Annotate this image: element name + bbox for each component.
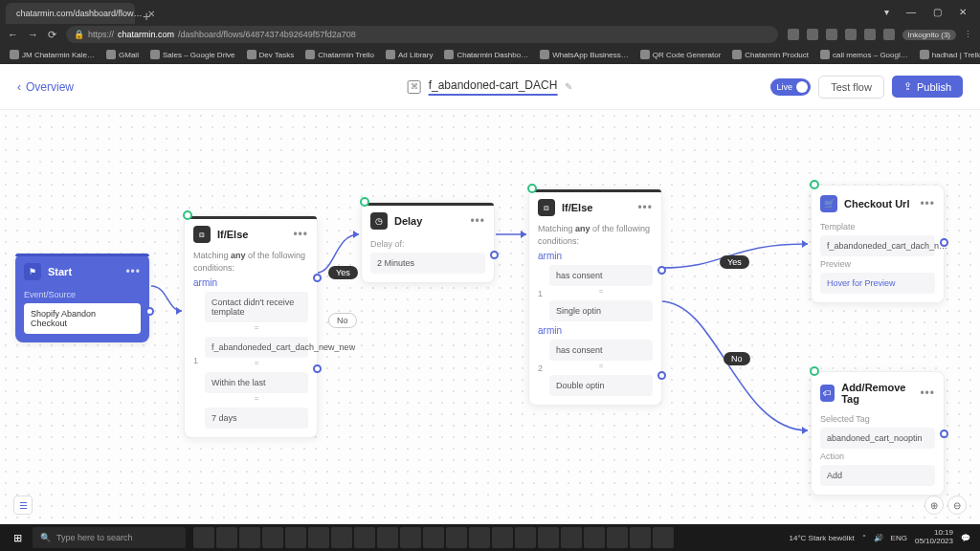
clock[interactable]: 10:19 05/10/2023: [915, 529, 953, 546]
node-menu-icon[interactable]: •••: [293, 228, 308, 241]
nav-forward-icon[interactable]: →: [28, 29, 38, 40]
bookmark-item[interactable]: Sales – Google Drive: [150, 50, 235, 59]
notification-icon[interactable]: 💬: [961, 534, 970, 542]
taskbar-app-icon[interactable]: [492, 527, 513, 548]
bookmark-label: Ad Library: [398, 51, 433, 59]
weather-widget[interactable]: 14°C Stark bewölkt: [789, 534, 854, 542]
window-minimize-icon[interactable]: —: [906, 7, 916, 17]
svg-marker-3: [802, 240, 808, 248]
bookmark-item[interactable]: GMail: [106, 50, 139, 59]
checkout-url-node[interactable]: 🛒 Checkout Url ••• Template f_abandonede…: [811, 185, 945, 303]
extension-icon[interactable]: [788, 29, 799, 40]
taskbar-app-icon[interactable]: [285, 527, 306, 548]
zoom-out-button[interactable]: ⊖: [947, 496, 967, 515]
extension-icon[interactable]: [883, 29, 895, 40]
bookmark-item[interactable]: QR Code Generator: [640, 50, 722, 59]
taskbar-app-icon[interactable]: [400, 527, 421, 548]
window-maximize-icon[interactable]: ▢: [933, 7, 942, 17]
tray-icon[interactable]: 🔊: [874, 534, 883, 542]
overview-back-link[interactable]: ‹ Overview: [17, 80, 74, 94]
preview-label: Preview: [820, 259, 935, 269]
browser-menu-icon[interactable]: ⋮: [964, 30, 972, 39]
condition-owner[interactable]: armin: [538, 251, 653, 261]
window-dropdown-icon[interactable]: ▾: [884, 7, 889, 17]
taskbar-app-icon[interactable]: [469, 527, 490, 548]
output-port[interactable]: [145, 307, 154, 316]
profile-badge[interactable]: Inkognito (3): [902, 30, 956, 40]
bookmark-item[interactable]: call memos – Googl…: [820, 50, 908, 59]
flow-canvas[interactable]: ⚑ Start ••• Event/Source Shopify Abandon…: [0, 110, 980, 524]
taskbar-app-icon[interactable]: [423, 527, 444, 548]
tray-chevron-icon[interactable]: ˄: [862, 534, 866, 542]
start-menu-button[interactable]: ⊞: [4, 526, 31, 549]
taskbar-app-icon[interactable]: [331, 527, 352, 548]
bookmark-item[interactable]: hadhad | Trello: [920, 50, 980, 59]
bookmark-item[interactable]: Chatarmin Dashbo…: [444, 50, 528, 59]
taskbar-app-icon[interactable]: [538, 527, 559, 548]
node-menu-icon[interactable]: •••: [920, 197, 935, 210]
condition-index: 1: [193, 356, 198, 365]
output-port-yes[interactable]: [313, 274, 322, 282]
condition-owner[interactable]: armin: [193, 277, 308, 288]
bookmark-item[interactable]: JM Chatarmin Kale…: [10, 50, 95, 59]
taskbar-app-icon[interactable]: [446, 527, 467, 548]
node-menu-icon[interactable]: •••: [920, 386, 935, 400]
window-close-icon[interactable]: ✕: [959, 7, 967, 17]
publish-button[interactable]: ⇪Publish: [892, 76, 963, 98]
taskbar-app-icon[interactable]: [262, 527, 283, 548]
taskbar-app-icon[interactable]: [354, 527, 375, 548]
taskbar-app-icon[interactable]: [607, 527, 628, 548]
preview-value[interactable]: Hover for Preview: [820, 273, 935, 294]
branch-icon: ⧈: [193, 226, 211, 243]
output-port-no[interactable]: [657, 371, 666, 380]
nav-back-icon[interactable]: ←: [8, 29, 18, 40]
ifelse-node-1[interactable]: ⧈ If/Else ••• Matching any of the follow…: [184, 215, 318, 438]
output-port-yes[interactable]: [657, 266, 666, 275]
bookmark-item[interactable]: Dev Tasks: [247, 50, 295, 59]
delay-node[interactable]: ◷ Delay ••• Delay of: 2 Minutes: [361, 202, 495, 283]
node-menu-icon[interactable]: •••: [125, 265, 141, 278]
taskbar-app-icon[interactable]: [377, 527, 398, 548]
new-tab-button[interactable]: +: [135, 9, 158, 24]
taskbar-app-icon[interactable]: [239, 527, 260, 548]
address-bar[interactable]: 🔒 https://chatarmin.com/dashboard/flows/…: [66, 26, 778, 43]
nav-reload-icon[interactable]: ⟳: [48, 29, 56, 41]
taskbar-app-icon[interactable]: [216, 527, 237, 548]
browser-tab[interactable]: chatarmin.com/dashboard/flow… ✕: [6, 3, 135, 24]
ifelse-node-2[interactable]: ⧈ If/Else ••• Matching any of the follow…: [528, 188, 662, 406]
extension-icon[interactable]: [845, 29, 857, 40]
node-menu-icon[interactable]: •••: [470, 214, 485, 228]
taskbar-app-icon[interactable]: [630, 527, 651, 548]
taskbar-app-icon[interactable]: [515, 527, 536, 548]
start-node[interactable]: ⚑ Start ••• Event/Source Shopify Abandon…: [15, 253, 149, 342]
taskbar-app-icon[interactable]: [308, 527, 329, 548]
bookmark-item[interactable]: WhatsApp Business…: [540, 50, 629, 59]
url-proto: https://: [88, 30, 114, 39]
flow-name[interactable]: f_abandoned-cart_DACH: [429, 78, 558, 96]
bookmark-label: Chatarmin Dashbo…: [457, 51, 528, 59]
taskbar-search[interactable]: 🔍 Type here to search: [33, 527, 186, 548]
test-flow-button[interactable]: Test flow: [818, 76, 884, 99]
extension-icon[interactable]: [864, 29, 876, 40]
extension-icon[interactable]: [826, 29, 837, 40]
taskbar-app-icon[interactable]: [193, 527, 214, 548]
zoom-in-button[interactable]: ⊕: [924, 496, 944, 515]
bookmark-item[interactable]: Ad Library: [386, 50, 433, 59]
extension-icon[interactable]: [807, 29, 818, 40]
language-indicator[interactable]: ENG: [891, 534, 907, 542]
bookmark-item[interactable]: Chatarmin Product: [732, 50, 809, 59]
output-port-no[interactable]: [313, 364, 322, 373]
help-button[interactable]: ☰: [13, 496, 33, 515]
taskbar-app-icon[interactable]: [653, 527, 674, 548]
node-menu-icon[interactable]: •••: [637, 201, 653, 214]
condition-owner[interactable]: armin: [538, 325, 653, 336]
taskbar-app-icon[interactable]: [584, 527, 605, 548]
live-toggle[interactable]: Live: [770, 78, 812, 96]
output-port[interactable]: [940, 430, 948, 438]
tag-node[interactable]: 🏷 Add/Remove Tag ••• Selected Tag abando…: [811, 371, 945, 496]
bookmark-item[interactable]: Chatarmin Trello: [305, 50, 374, 59]
output-port[interactable]: [490, 251, 499, 259]
edit-icon[interactable]: ✎: [565, 81, 572, 92]
output-port[interactable]: [940, 238, 948, 247]
taskbar-app-icon[interactable]: [561, 527, 582, 548]
